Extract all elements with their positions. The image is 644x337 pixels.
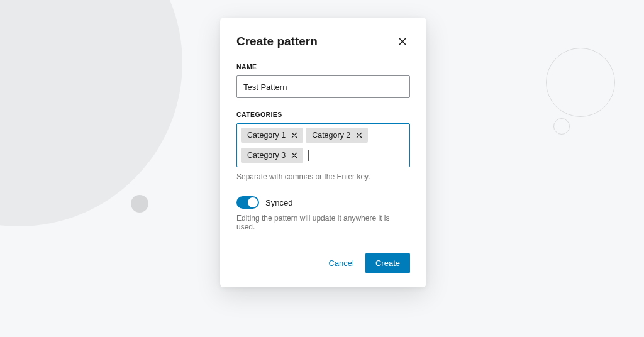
chip-label: Category 2	[312, 131, 350, 140]
close-icon	[356, 132, 362, 138]
modal-title: Create pattern	[236, 35, 318, 48]
categories-input[interactable]: Category 1 Category 2 Category 3	[236, 123, 410, 167]
close-button[interactable]	[395, 34, 410, 49]
synced-label: Synced	[265, 198, 292, 207]
toggle-knob	[248, 197, 258, 207]
categories-field-group: CATEGORIES Category 1 Category 2	[236, 111, 410, 181]
close-icon	[397, 36, 408, 47]
chip-label: Category 1	[247, 131, 286, 140]
create-pattern-modal: Create pattern NAME CATEGORIES Category …	[220, 18, 426, 287]
synced-toggle[interactable]	[236, 196, 259, 209]
category-chip: Category 2	[306, 128, 368, 143]
remove-category-button[interactable]	[289, 130, 299, 140]
create-button[interactable]: Create	[365, 253, 410, 273]
remove-category-button[interactable]	[289, 150, 299, 160]
name-label: NAME	[236, 63, 410, 70]
synced-row: Synced	[236, 196, 410, 209]
close-icon	[291, 152, 297, 158]
category-chip: Category 1	[241, 128, 303, 143]
synced-description: Editing the pattern will update it anywh…	[236, 214, 410, 231]
categories-helper: Separate with commas or the Enter key.	[236, 172, 410, 181]
category-chip: Category 3	[241, 148, 303, 163]
text-cursor	[308, 150, 309, 161]
modal-footer: Cancel Create	[236, 253, 410, 273]
categories-label: CATEGORIES	[236, 111, 410, 118]
chip-label: Category 3	[247, 151, 286, 160]
remove-category-button[interactable]	[354, 130, 364, 140]
close-icon	[291, 132, 297, 138]
name-field-group: NAME	[236, 63, 410, 98]
cancel-button[interactable]: Cancel	[326, 253, 357, 273]
modal-header: Create pattern	[236, 34, 410, 49]
name-input[interactable]	[236, 75, 410, 98]
